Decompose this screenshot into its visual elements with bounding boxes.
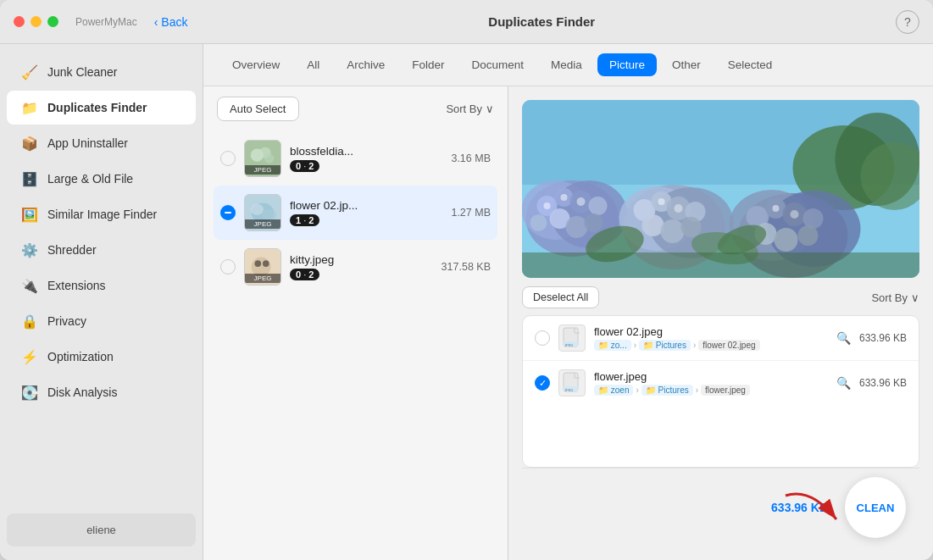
tab-all[interactable]: All: [295, 53, 331, 76]
deselect-all-button[interactable]: Deselect All: [522, 286, 599, 308]
privacy-icon: 🔒: [20, 312, 39, 330]
file-badges: 0·2: [290, 160, 442, 172]
tab-document[interactable]: Document: [460, 53, 536, 76]
svg-point-47: [798, 225, 819, 246]
clean-button[interactable]: CLEAN: [845, 477, 906, 538]
sidebar-item-label: Shredder: [47, 243, 97, 257]
sidebar-item-duplicates-finder[interactable]: 📁 Duplicates Finder: [7, 91, 196, 125]
tab-folder[interactable]: Folder: [400, 53, 456, 76]
file-name: kitty.jpeg: [290, 253, 433, 266]
file-checkbox-partial[interactable]: [220, 205, 236, 220]
list-item[interactable]: JPEG kitty.jpeg 0·2 317.58 KB: [214, 240, 497, 294]
file-thumb-label: JPEG: [245, 165, 280, 175]
back-label: Back: [161, 15, 187, 29]
similar-image-finder-icon: 🖼️: [20, 205, 39, 224]
dup-search-icon[interactable]: 🔍: [836, 376, 851, 390]
path-folder-chip: 📁 Pictures: [641, 385, 693, 396]
content-area: Overview All Archive Folder Document Med…: [203, 44, 933, 560]
file-checkbox[interactable]: [220, 151, 236, 166]
file-badge: 0·2: [290, 269, 319, 280]
duplicate-files-section: Deselect All Sort By ∨: [522, 286, 919, 468]
dup-list-item[interactable]: JPEG flower.jpeg 📁 zoen › 📁 Pictures: [523, 361, 919, 405]
file-info: flower 02.jp... 1·2: [290, 199, 442, 226]
dup-checkbox-checked[interactable]: [535, 375, 550, 391]
main-layout: 🧹 Junk Cleaner 📁 Duplicates Finder 📦 App…: [0, 44, 933, 560]
back-chevron-icon: ‹: [154, 15, 158, 29]
file-badge: 0·2: [290, 160, 319, 172]
sidebar-item-similar-image-finder[interactable]: 🖼️ Similar Image Finder: [7, 197, 196, 231]
sort-by-label: Sort By: [446, 103, 482, 115]
sidebar-item-shredder[interactable]: ⚙️ Shredder: [7, 233, 196, 267]
dup-file-path: 📁 zo... › 📁 Pictures › flower 02.jpeg: [594, 340, 828, 351]
sidebar-item-label: App Uninstaller: [47, 136, 128, 150]
back-button[interactable]: ‹ Back: [154, 15, 188, 29]
tab-picture[interactable]: Picture: [597, 53, 657, 76]
sidebar-item-label: Similar Image Finder: [47, 208, 157, 221]
file-name: blossfeldia...: [290, 145, 442, 158]
svg-point-26: [530, 214, 547, 231]
tab-selected[interactable]: Selected: [716, 53, 785, 76]
sidebar-item-app-uninstaller[interactable]: 📦 App Uninstaller: [7, 126, 196, 160]
sidebar-item-optimization[interactable]: ⚡ Optimization: [7, 340, 196, 374]
close-button[interactable]: [14, 16, 25, 27]
svg-point-37: [681, 217, 702, 237]
app-name-label: PowerMyMac: [75, 16, 137, 28]
dup-checkbox[interactable]: [535, 330, 550, 346]
sort-by-chevron-icon: ∨: [486, 103, 494, 115]
svg-point-25: [566, 216, 588, 238]
svg-text:JPEG: JPEG: [564, 343, 573, 347]
sidebar-item-privacy[interactable]: 🔒 Privacy: [7, 304, 196, 338]
tab-media[interactable]: Media: [539, 53, 594, 76]
file-name: flower 02.jp...: [290, 199, 442, 212]
list-item[interactable]: JPEG flower 02.jp... 1·2 1.27 MB: [214, 186, 497, 240]
dup-search-icon[interactable]: 🔍: [836, 331, 851, 345]
bottom-bar: 633.96 KB CLEAN: [522, 468, 919, 546]
sidebar-item-label: Duplicates Finder: [47, 101, 147, 114]
minimize-button[interactable]: [31, 16, 42, 27]
file-badges: 0·2: [290, 269, 433, 280]
maximize-button[interactable]: [47, 16, 58, 27]
dup-list-item[interactable]: JPEG flower 02.jpeg 📁 zo... › 📁 Pictures: [523, 316, 919, 361]
path-file-chip: flower.jpeg: [701, 385, 750, 396]
preview-panel: Deselect All Sort By ∨: [508, 86, 933, 560]
tab-archive[interactable]: Archive: [335, 53, 397, 76]
shredder-icon: ⚙️: [20, 241, 39, 259]
svg-point-27: [585, 213, 603, 232]
preview-image: [522, 100, 919, 278]
sidebar-item-label: Extensions: [47, 279, 105, 292]
sort-by-button[interactable]: Sort By ∨: [446, 103, 494, 115]
sidebar-item-large-old-file[interactable]: 🗄️ Large & Old File: [7, 162, 196, 196]
app-window: PowerMyMac ‹ Back Duplicates Finder ? 🧹 …: [0, 0, 933, 560]
path-folder-chip: 📁 zo...: [594, 340, 631, 351]
sidebar-item-junk-cleaner[interactable]: 🧹 Junk Cleaner: [7, 55, 196, 89]
sidebar-item-label: Disk Analysis: [47, 385, 117, 399]
window-title: Duplicates Finder: [187, 14, 896, 29]
sidebar-item-disk-analysis[interactable]: 💽 Disk Analysis: [7, 375, 196, 409]
titlebar: PowerMyMac ‹ Back Duplicates Finder ?: [0, 0, 933, 44]
traffic-lights: [14, 16, 58, 27]
svg-point-46: [775, 228, 798, 252]
file-checkbox[interactable]: [220, 259, 236, 274]
svg-point-10: [254, 260, 261, 267]
optimization-icon: ⚡: [20, 347, 39, 366]
auto-select-button[interactable]: Auto Select: [217, 97, 299, 121]
svg-point-6: [251, 204, 264, 215]
tab-overview[interactable]: Overview: [220, 53, 292, 76]
dup-file-list: JPEG flower 02.jpeg 📁 zo... › 📁 Pictures: [522, 315, 919, 468]
help-button[interactable]: ?: [896, 10, 919, 34]
user-label[interactable]: eliene: [7, 513, 196, 546]
list-item[interactable]: JPEG blossfeldia... 0·2 3.16 MB: [214, 131, 497, 186]
file-badge: 1·2: [290, 214, 319, 226]
sidebar-item-extensions[interactable]: 🔌 Extensions: [7, 269, 196, 302]
dup-sort-by-button[interactable]: Sort By ∨: [871, 291, 919, 304]
path-file-chip: flower 02.jpeg: [698, 340, 759, 351]
file-size: 317.58 KB: [442, 261, 491, 273]
file-size: 3.16 MB: [451, 152, 491, 164]
clean-area: CLEAN: [845, 477, 906, 538]
junk-cleaner-icon: 🧹: [20, 63, 39, 81]
path-folder-chip: 📁 zoen: [594, 385, 633, 396]
tab-other[interactable]: Other: [660, 53, 713, 76]
split-pane: Auto Select Sort By ∨: [203, 86, 933, 560]
dup-file-name: flower.jpeg: [594, 370, 828, 383]
file-thumbnail: JPEG: [244, 194, 281, 231]
